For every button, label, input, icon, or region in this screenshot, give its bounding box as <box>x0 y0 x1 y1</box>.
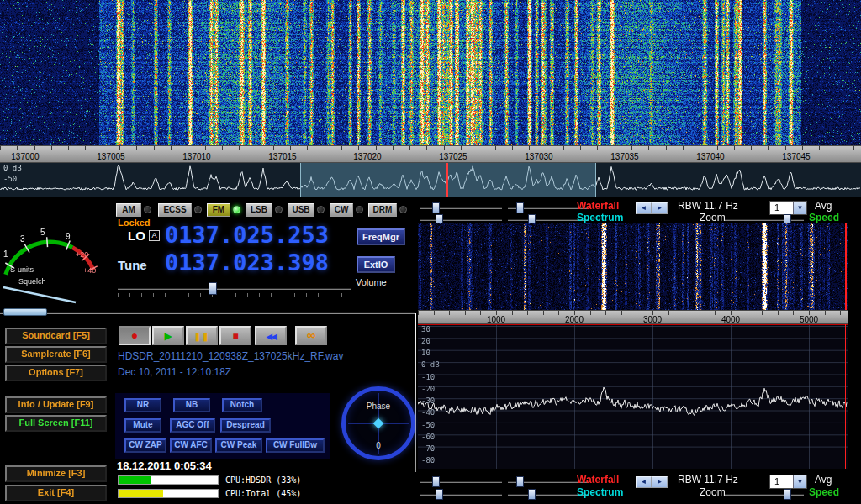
mode-usb-button[interactable]: USB <box>288 203 314 217</box>
upper-waterfall-scroll-spinner[interactable]: ◄ ► <box>636 202 668 214</box>
upper-waterfall-label: Waterfall <box>577 200 619 212</box>
freqmgr-button[interactable]: FreqMgr <box>357 228 405 245</box>
upper-avg-select[interactable]: 1 ▼ <box>769 201 807 215</box>
notch-button[interactable]: Notch <box>222 398 262 412</box>
secondary-spectrum-display[interactable] <box>418 324 848 469</box>
db-axis-label: 0 dB <box>421 360 440 369</box>
db-axis-label: 30 <box>421 325 430 333</box>
upper-speed-label: Speed <box>809 212 839 223</box>
despread-button[interactable]: Despread <box>220 418 271 433</box>
record-icon: ● <box>131 328 138 342</box>
secondary-waterfall-display[interactable] <box>418 223 848 310</box>
lower-waterfall-scroll-spinner[interactable]: ◄ ► <box>636 476 668 488</box>
mute-button[interactable]: Mute <box>124 418 161 433</box>
options-button[interactable]: Options [F7] <box>5 365 107 381</box>
freq-label: 137035 <box>610 152 638 161</box>
mode-cw-button[interactable]: CW <box>330 203 353 217</box>
info-update-button[interactable]: Info / Update [F9] <box>5 396 107 413</box>
dropdown-arrow-icon[interactable]: ▼ <box>793 475 806 488</box>
lower-speed-label: Speed <box>809 486 839 498</box>
cw-zap-button[interactable]: CW ZAP <box>124 438 166 453</box>
stop-icon: ■ <box>232 330 238 342</box>
slider-thumb[interactable] <box>432 476 440 487</box>
freq-label: 137030 <box>525 152 552 161</box>
tune-frequency-display[interactable]: 0137.023.398 <box>165 249 329 276</box>
dropdown-arrow-icon[interactable]: ▼ <box>793 202 806 214</box>
mode-lsb-button[interactable]: LSB <box>246 203 272 217</box>
freq-label: 137015 <box>268 152 296 161</box>
extio-button[interactable]: ExtIO <box>357 256 395 273</box>
zoom-band[interactable] <box>300 163 596 197</box>
tune-cursor <box>446 163 448 197</box>
play-button[interactable]: ▶ <box>152 326 184 345</box>
lower-zoom-label: Zoom <box>700 486 726 498</box>
ecss-led-icon <box>194 206 202 213</box>
panel-split-slider-track[interactable] <box>0 312 415 314</box>
lo-frequency-display[interactable]: 0137.025.253 <box>165 222 329 248</box>
slider-thumb[interactable] <box>784 489 791 500</box>
volume-slider[interactable] <box>118 282 351 297</box>
slider-thumb[interactable] <box>516 476 524 487</box>
cw-peak-button[interactable]: CW Peak <box>215 438 262 453</box>
lower-zoom-slider[interactable] <box>725 489 804 500</box>
cw-afc-button[interactable]: CW AFC <box>170 438 212 453</box>
fm-led-icon <box>233 206 240 213</box>
axis-label: 1000 <box>487 315 505 324</box>
freq-label: 137020 <box>353 152 381 161</box>
lower-spectrum-brightness-slider[interactable] <box>420 489 502 500</box>
slider-thumb[interactable] <box>528 489 536 500</box>
scroll-right-icon[interactable]: ► <box>652 202 668 214</box>
scroll-right-icon[interactable]: ► <box>652 476 668 488</box>
freq-label: 137045 <box>782 152 810 161</box>
freq-label: 137025 <box>439 152 467 161</box>
mode-fm-button[interactable]: FM <box>207 203 230 217</box>
stop-button[interactable]: ■ <box>219 326 251 345</box>
record-button[interactable]: ● <box>119 326 151 345</box>
vertical-divider <box>415 313 416 472</box>
mode-drm-button[interactable]: DRM <box>368 203 397 217</box>
s-meter-label-9: 9 <box>66 232 71 241</box>
s-meter-label-p20: +20 <box>76 250 88 259</box>
main-waterfall-display[interactable] <box>0 0 861 145</box>
volume-slider-ticks <box>118 293 351 297</box>
lower-avg-select[interactable]: 1 ▼ <box>769 475 807 489</box>
pause-button[interactable]: ❚❚ <box>186 326 218 345</box>
exit-button[interactable]: Exit [F4] <box>5 485 107 501</box>
play-icon: ▶ <box>164 330 172 342</box>
volume-slider-thumb[interactable] <box>209 282 217 295</box>
slider-thumb[interactable] <box>432 202 440 213</box>
am-led-icon <box>144 206 151 213</box>
samplerate-button[interactable]: Samplerate [F6] <box>5 346 107 363</box>
cpu-hdsdr-fill <box>119 476 151 484</box>
loop-button[interactable]: ∞ <box>295 326 327 345</box>
mode-am-button[interactable]: AM <box>116 203 141 217</box>
lower-waterfall-brightness-slider[interactable] <box>420 476 502 487</box>
upper-waterfall-brightness-slider[interactable] <box>420 202 502 213</box>
mode-ecss-button[interactable]: ECSS <box>158 203 192 217</box>
nb-button[interactable]: NB <box>173 398 210 412</box>
hdsdr-window: 137000 137005 137010 137015 137020 13702… <box>0 0 861 504</box>
volume-slider-groove[interactable] <box>118 287 351 290</box>
lo-lock-badge[interactable]: A <box>149 230 160 241</box>
lower-spectrum-label: Spectrum <box>577 486 623 498</box>
audio-frequency-axis[interactable]: 1000 2000 3000 4000 5000 <box>418 310 848 324</box>
scroll-left-icon[interactable]: ◄ <box>636 202 652 214</box>
scroll-left-icon[interactable]: ◄ <box>636 476 652 488</box>
upper-rbw-label: RBW 11.7 Hz <box>678 200 738 212</box>
overview-spectrum[interactable]: 0 dB -50 <box>0 163 861 197</box>
freq-label: 137005 <box>97 152 124 161</box>
rewind-button[interactable]: ◀◀ <box>255 326 287 345</box>
frequency-scale[interactable]: 137000 137005 137010 137015 137020 13702… <box>0 145 861 163</box>
upper-avg-label: Avg <box>815 200 832 212</box>
db-top-label: 0 dB <box>3 164 22 172</box>
agc-button[interactable]: AGC Off <box>170 418 215 433</box>
db-axis-label: -40 <box>421 408 435 417</box>
minimize-button[interactable]: Minimize [F3] <box>5 465 107 482</box>
nr-button[interactable]: NR <box>124 398 161 412</box>
cw-fullbw-button[interactable]: CW FullBw <box>266 438 325 453</box>
slider-thumb[interactable] <box>516 202 524 213</box>
soundcard-button[interactable]: Soundcard [F5] <box>5 328 107 344</box>
fullscreen-button[interactable]: Full Screen [F11] <box>5 415 107 432</box>
slider-thumb[interactable] <box>436 489 443 500</box>
panel-split-slider-thumb[interactable] <box>3 308 47 316</box>
